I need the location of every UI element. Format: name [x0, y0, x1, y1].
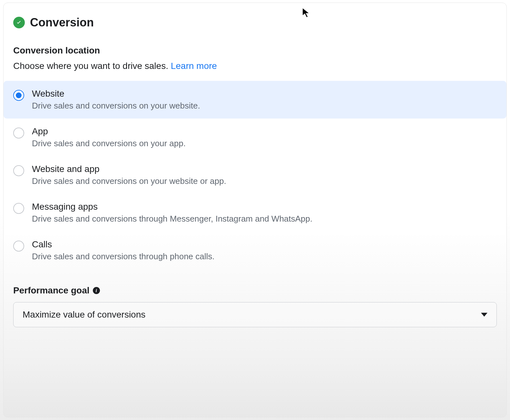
radio-desc: Drive sales and conversions through Mess… — [32, 214, 497, 224]
radio-content: Calls Drive sales and conversions throug… — [32, 239, 497, 262]
learn-more-link[interactable]: Learn more — [171, 61, 217, 71]
section-header: Conversion — [13, 16, 497, 29]
conversion-location-desc-text: Choose where you want to drive sales. — [13, 61, 171, 71]
radio-button[interactable] — [13, 241, 24, 252]
radio-title: Website — [32, 89, 497, 99]
performance-goal-label-row: Performance goal i — [13, 285, 497, 296]
performance-goal-dropdown[interactable]: Maximize value of conversions — [13, 302, 497, 327]
radio-option-website[interactable]: Website Drive sales and conversions on y… — [4, 81, 506, 119]
performance-goal-section: Performance goal i Maximize value of con… — [13, 285, 497, 327]
section-title: Conversion — [30, 16, 94, 29]
conversion-panel: Conversion Conversion location Choose wh… — [3, 3, 507, 417]
radio-button[interactable] — [13, 90, 24, 101]
conversion-location-radio-group: Website Drive sales and conversions on y… — [4, 81, 506, 269]
radio-desc: Drive sales and conversions on your webs… — [32, 176, 497, 186]
radio-content: Website Drive sales and conversions on y… — [32, 89, 497, 111]
radio-desc: Drive sales and conversions on your webs… — [32, 101, 497, 111]
radio-title: App — [32, 126, 497, 137]
performance-goal-value: Maximize value of conversions — [23, 310, 145, 320]
conversion-location-heading: Conversion location — [13, 45, 497, 56]
radio-content: Website and app Drive sales and conversi… — [32, 164, 497, 186]
radio-button[interactable] — [13, 203, 24, 214]
radio-content: Messaging apps Drive sales and conversio… — [32, 202, 497, 224]
caret-down-icon — [481, 313, 487, 317]
radio-button[interactable] — [13, 128, 24, 138]
radio-desc: Drive sales and conversions on your app. — [32, 138, 497, 148]
performance-goal-label: Performance goal — [13, 285, 90, 296]
radio-title: Website and app — [32, 164, 497, 174]
info-icon[interactable]: i — [93, 287, 100, 294]
radio-option-website-and-app[interactable]: Website and app Drive sales and conversi… — [4, 156, 506, 194]
radio-option-calls[interactable]: Calls Drive sales and conversions throug… — [4, 232, 506, 269]
radio-content: App Drive sales and conversions on your … — [32, 126, 497, 148]
radio-desc: Drive sales and conversions through phon… — [32, 252, 497, 262]
check-circle-icon — [13, 17, 25, 28]
radio-title: Messaging apps — [32, 202, 497, 212]
conversion-location-description: Choose where you want to drive sales. Le… — [13, 61, 497, 71]
radio-title: Calls — [32, 239, 497, 250]
radio-dot-icon — [16, 92, 22, 98]
radio-option-app[interactable]: App Drive sales and conversions on your … — [4, 119, 506, 156]
radio-option-messaging-apps[interactable]: Messaging apps Drive sales and conversio… — [4, 194, 506, 232]
radio-button[interactable] — [13, 165, 24, 176]
